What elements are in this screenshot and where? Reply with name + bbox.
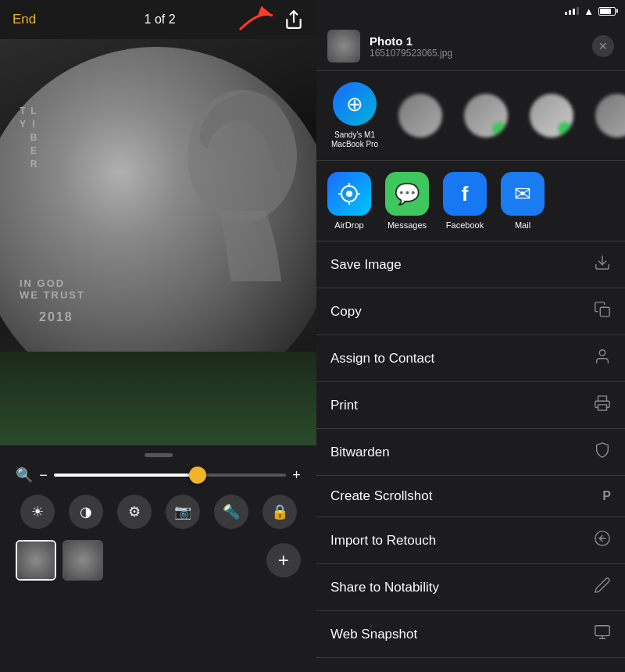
- share-icon[interactable]: [284, 9, 304, 30]
- copy-label: Copy: [330, 304, 362, 320]
- share-notability-icon: [594, 577, 611, 598]
- web-snapshot-icon: [594, 624, 611, 645]
- facebook-label: Facebook: [446, 220, 484, 230]
- thumbnail-1[interactable]: [16, 540, 56, 581]
- zoom-row: 🔍 − +: [16, 466, 301, 484]
- status-bar: ▲: [316, 0, 625, 22]
- messages-app-icon: 💬: [385, 172, 429, 216]
- zoom-minus[interactable]: −: [39, 467, 48, 484]
- airdrop-label: AirDrop: [334, 220, 363, 230]
- blurred-avatar-2: [464, 94, 508, 138]
- bitwarden-icon: [594, 441, 611, 463]
- copy-icon: [594, 301, 611, 322]
- facebook-icon-glyph: f: [462, 182, 469, 206]
- camera-tool[interactable]: 📷: [166, 495, 200, 529]
- photo-filename: 1651079523065.jpg: [370, 48, 583, 59]
- brightness-tool[interactable]: ☀: [20, 495, 55, 529]
- wifi-icon: ▲: [584, 5, 594, 17]
- blurred-avatar-3: [530, 94, 573, 138]
- action-assign-contact[interactable]: Assign to Contact: [316, 335, 625, 382]
- battery-tip: [616, 9, 618, 13]
- coin-profile: [152, 63, 316, 375]
- person-item-macbook[interactable]: ⊕ Sandy's M1MacBook Pro: [327, 82, 382, 149]
- people-row: ⊕ Sandy's M1MacBook Pro: [316, 71, 625, 161]
- zoom-slider[interactable]: [54, 474, 286, 477]
- action-bitwarden[interactable]: Bitwarden: [316, 429, 625, 476]
- signal-bar-4: [577, 7, 579, 15]
- signal-bar-1: [565, 12, 567, 15]
- tools-row: ☀ ◑ ⚙ 📷 🔦 🔒: [20, 495, 297, 529]
- blurred-avatar-4: [595, 94, 625, 138]
- person-item-4[interactable]: [590, 94, 625, 138]
- svg-rect-10: [600, 307, 609, 316]
- blurred-avatar-1: [398, 94, 442, 138]
- thumb-inner-2: [64, 542, 102, 579]
- assign-contact-icon: [594, 348, 611, 369]
- zoom-plus[interactable]: +: [292, 467, 301, 484]
- thumb-group: [16, 540, 103, 581]
- action-copy[interactable]: Copy: [316, 288, 625, 335]
- apps-row: AirDrop 💬 Messages f Facebook ✉ Mail: [316, 161, 625, 241]
- coin-liberty-text: LIBERTY: [17, 105, 39, 172]
- thumb-inner-1: [17, 542, 55, 579]
- add-button[interactable]: +: [266, 543, 301, 577]
- print-label: Print: [330, 398, 358, 413]
- action-print[interactable]: Print: [316, 382, 625, 429]
- app-mail[interactable]: ✉ Mail: [501, 172, 545, 230]
- person-item-3[interactable]: [524, 94, 579, 138]
- slider-thumb: [189, 466, 206, 484]
- slider-fill: [54, 474, 198, 477]
- share-notability-label: Share to Notability: [330, 580, 439, 595]
- person-item-1[interactable]: [393, 94, 448, 138]
- action-web-snapshot[interactable]: Web Snapshot: [316, 611, 625, 658]
- action-share-notability[interactable]: Share to Notability: [316, 564, 625, 611]
- color-tool[interactable]: ⚙: [117, 495, 152, 529]
- bottom-controls: 🔍 − + ☀ ◑ ⚙ 📷 🔦 🔒: [0, 445, 316, 672]
- flash-tool[interactable]: 🔦: [214, 495, 248, 529]
- airdrop-app-icon: [327, 172, 371, 216]
- action-import-retouch[interactable]: Import to Retouch: [316, 517, 625, 564]
- share-header: Photo 1 1651079523065.jpg ✕: [316, 22, 625, 71]
- battery-icon: [598, 7, 616, 16]
- svg-point-4: [346, 191, 352, 197]
- close-button[interactable]: ✕: [592, 35, 614, 57]
- thumbnails-row: +: [16, 540, 301, 581]
- thumbnail-2[interactable]: [62, 540, 103, 581]
- web-snapshot-label: Web Snapshot: [330, 627, 417, 642]
- photo-thumbnail: [327, 30, 360, 63]
- person-item-2[interactable]: [459, 94, 513, 138]
- app-airdrop[interactable]: AirDrop: [327, 172, 371, 230]
- save-image-label: Save Image: [330, 257, 402, 273]
- messages-icon-glyph: 💬: [395, 182, 420, 206]
- import-retouch-icon: [594, 530, 611, 551]
- top-bar: End 1 of 2: [0, 0, 316, 39]
- photo-name: Photo 1: [370, 34, 583, 48]
- battery-fill: [600, 9, 611, 14]
- zoom-icon: 🔍: [16, 466, 33, 484]
- drag-handle[interactable]: [145, 453, 173, 457]
- mail-app-icon: ✉: [501, 172, 545, 216]
- green-table-bg: [0, 352, 316, 445]
- action-create-scrollshot[interactable]: Create Scrollshot P: [316, 476, 625, 517]
- app-facebook[interactable]: f Facebook: [443, 172, 487, 230]
- messages-label: Messages: [388, 220, 427, 230]
- photo-count: 1 of 2: [145, 13, 176, 27]
- end-button[interactable]: End: [12, 12, 36, 27]
- signal-icon: [565, 7, 579, 15]
- right-panel: ▲ Photo 1 1651079523065.jpg ✕ ⊕ Sandy's …: [316, 0, 625, 672]
- action-save-image[interactable]: Save Image: [316, 241, 625, 288]
- signal-bar-2: [569, 10, 571, 15]
- app-messages[interactable]: 💬 Messages: [385, 172, 429, 230]
- import-retouch-label: Import to Retouch: [330, 533, 436, 549]
- contrast-tool[interactable]: ◑: [69, 495, 103, 529]
- mail-icon-glyph: ✉: [514, 182, 531, 206]
- assign-contact-label: Assign to Contact: [330, 351, 434, 366]
- coin-image: LIBERTY IN GOD WE TRUST 2018: [0, 39, 316, 445]
- photo-info: Photo 1 1651079523065.jpg: [370, 34, 583, 59]
- coin-god-text: IN GOD WE TRUST: [20, 277, 85, 301]
- facebook-app-icon: f: [443, 172, 487, 216]
- macbook-avatar: ⊕: [333, 82, 377, 126]
- action-list: Save Image Copy Assign to Contact: [316, 241, 625, 672]
- left-panel: End 1 of 2: [0, 0, 316, 672]
- lock-tool[interactable]: 🔒: [262, 495, 297, 529]
